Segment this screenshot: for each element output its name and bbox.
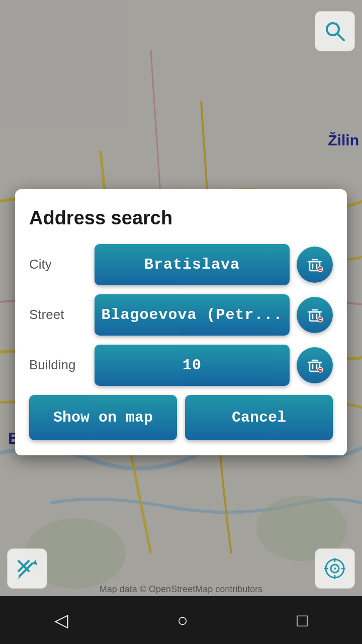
cancel-label: Cancel xyxy=(232,409,286,426)
address-search-dialog: Address search City Bratislava xyxy=(15,189,347,455)
city-input-button[interactable]: Bratislava xyxy=(95,244,290,285)
street-row: Street Blagoevova (Petr... xyxy=(29,294,333,336)
show-on-map-button[interactable]: Show on map xyxy=(29,395,177,440)
building-label: Building xyxy=(29,357,95,373)
city-value: Bratislava xyxy=(144,256,240,273)
trash-icon xyxy=(306,356,324,374)
dialog-buttons: Show on map Cancel xyxy=(29,395,333,440)
street-label: Street xyxy=(29,307,95,323)
building-value: 10 xyxy=(183,357,202,374)
city-label: City xyxy=(29,257,95,272)
building-row: Building 10 xyxy=(29,345,333,386)
street-value: Blagoevova (Petr... xyxy=(101,306,283,324)
street-input-button[interactable]: Blagoevova (Petr... xyxy=(95,294,290,336)
building-input-button[interactable]: 10 xyxy=(95,345,290,386)
building-delete-button[interactable] xyxy=(297,347,333,383)
trash-icon xyxy=(306,256,324,274)
street-delete-button[interactable] xyxy=(297,297,333,333)
dialog-title: Address search xyxy=(29,207,333,229)
trash-icon xyxy=(306,306,324,324)
dialog-backdrop: Address search City Bratislava xyxy=(0,0,362,644)
city-delete-button[interactable] xyxy=(297,247,333,283)
city-row: City Bratislava xyxy=(29,244,333,285)
cancel-button[interactable]: Cancel xyxy=(185,395,333,440)
show-on-map-label: Show on map xyxy=(53,409,153,426)
